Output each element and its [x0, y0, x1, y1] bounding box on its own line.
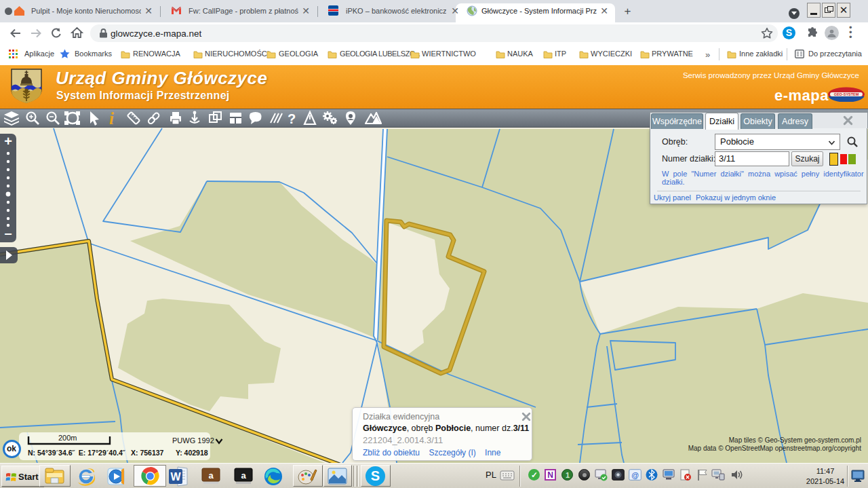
svg-text:W: W [170, 471, 181, 483]
svg-text:a: a [208, 470, 214, 481]
svg-text:i: i [109, 109, 114, 128]
svg-text:a: a [241, 470, 246, 481]
svg-text:GEO-SYSTEM: GEO-SYSTEM [834, 92, 859, 96]
svg-text:@: @ [631, 471, 639, 479]
svg-text:?: ? [288, 111, 296, 126]
